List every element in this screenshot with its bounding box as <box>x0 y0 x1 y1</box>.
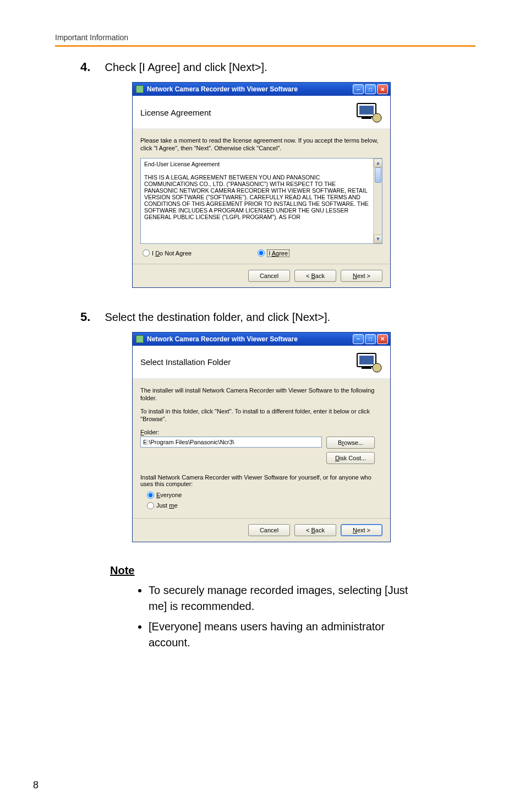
svg-point-3 <box>373 113 381 122</box>
installer-logo-icon <box>354 351 382 373</box>
radio-everyone[interactable]: Everyone <box>147 492 382 499</box>
step-4-number: 4. <box>80 60 102 74</box>
license-dialog: Network Camera Recorder with Viewer Soft… <box>132 82 391 288</box>
eula-textbox[interactable]: End-User License Agreement THIS IS A LEG… <box>140 158 382 244</box>
license-instruction: Please take a moment to read the license… <box>140 137 382 152</box>
radio-i-agree[interactable]: I Agree <box>258 249 289 257</box>
radio-just-me[interactable]: Just me <box>147 502 382 509</box>
cancel-button[interactable]: Cancel <box>248 524 290 536</box>
back-button[interactable]: < Back <box>294 524 336 536</box>
header-rule <box>55 45 475 47</box>
folder-dialog: Network Camera Recorder with Viewer Soft… <box>132 332 391 542</box>
radio-do-not-agree[interactable]: I Do Not Agree <box>143 249 192 257</box>
running-header: Important Information <box>55 33 475 42</box>
maximize-button[interactable]: □ <box>365 334 376 344</box>
maximize-button[interactable]: □ <box>365 84 376 94</box>
step-5-text: Select the destination folder, and click… <box>105 310 330 324</box>
dialog-heading: Select Installation Folder <box>140 357 231 367</box>
installer-logo-icon <box>354 101 382 123</box>
window-title: Network Camera Recorder with Viewer Soft… <box>147 335 298 343</box>
install-for-text: Install Network Camera Recorder with Vie… <box>140 474 382 487</box>
titlebar[interactable]: Network Camera Recorder with Viewer Soft… <box>133 333 390 346</box>
step-4: 4. Check [I Agree] and click [Next>]. <box>80 60 475 74</box>
cancel-button[interactable]: Cancel <box>248 270 290 282</box>
minimize-button[interactable]: – <box>353 334 364 344</box>
folder-instr1: The installer will install Network Camer… <box>140 386 382 402</box>
note-item: To securely manage recorded images, sele… <box>149 582 426 614</box>
scroll-up-icon[interactable]: ▲ <box>374 159 382 167</box>
window-title: Network Camera Recorder with Viewer Soft… <box>147 85 298 93</box>
folder-instr2: To install in this folder, click "Next".… <box>140 407 382 423</box>
scroll-thumb[interactable] <box>375 167 381 183</box>
step-5-number: 5. <box>80 310 102 324</box>
step-4-text: Check [I Agree] and click [Next>]. <box>105 60 267 74</box>
app-icon <box>136 85 144 93</box>
titlebar[interactable]: Network Camera Recorder with Viewer Soft… <box>133 83 390 96</box>
note-list: To securely manage recorded images, sele… <box>138 582 426 651</box>
svg-point-7 <box>373 363 381 372</box>
page-number: 8 <box>33 780 39 791</box>
svg-rect-6 <box>362 367 371 369</box>
note-item: [Everyone] means users having an adminis… <box>149 619 426 651</box>
disk-cost-button[interactable]: Disk Cost... <box>326 452 375 464</box>
next-button[interactable]: Next > <box>341 524 382 536</box>
app-icon <box>136 335 144 343</box>
browse-button[interactable]: Browse... <box>326 437 375 449</box>
svg-rect-2 <box>362 117 371 119</box>
note-heading: Note <box>110 564 475 577</box>
svg-rect-5 <box>359 356 374 364</box>
minimize-button[interactable]: – <box>353 84 364 94</box>
close-button[interactable]: ✕ <box>377 84 388 94</box>
step-5: 5. Select the destination folder, and cl… <box>80 310 475 324</box>
eula-content: End-User License Agreement THIS IS A LEG… <box>144 161 379 220</box>
close-button[interactable]: ✕ <box>377 334 388 344</box>
svg-rect-1 <box>359 106 374 115</box>
scrollbar[interactable]: ▲ ▼ <box>373 159 382 243</box>
back-button[interactable]: < Back <box>294 270 336 282</box>
dialog-heading: License Agreement <box>140 108 211 117</box>
next-button[interactable]: Next > <box>341 270 382 282</box>
folder-label: Folder: <box>140 429 382 435</box>
scroll-down-icon[interactable]: ▼ <box>374 235 382 243</box>
folder-input[interactable] <box>140 437 322 448</box>
